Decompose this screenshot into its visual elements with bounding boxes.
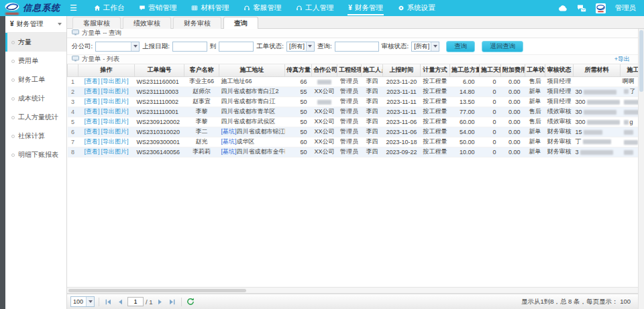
sidebar: ¥ 财务管理 方量费用单财务工单成本统计工人方量统计社保计算明细下账报表 xyxy=(5,16,67,309)
sidebar-item-social-security[interactable]: 社保计算 xyxy=(5,127,66,145)
redacted-text xyxy=(584,90,616,95)
pagination-bar: 100 / 1 显示从1到8，总 8 条，每页显示： 100 xyxy=(67,294,638,309)
export-image-link[interactable]: [导出图片] xyxy=(101,148,129,155)
prev-page-button[interactable] xyxy=(115,297,125,307)
export-image-link[interactable]: [导出图片] xyxy=(101,98,129,105)
date-to-input[interactable] xyxy=(219,42,254,52)
view-link[interactable]: [查看] xyxy=(84,88,99,95)
tab-query[interactable]: 查询 xyxy=(223,17,258,29)
customer-name-cell: 李莉莉 xyxy=(184,147,219,157)
export-image-link[interactable]: [导出图片] xyxy=(101,118,129,125)
gear-icon xyxy=(398,5,405,11)
export-image-link[interactable]: [导出图片] xyxy=(101,88,129,95)
review-status-cell: 财务审核 xyxy=(545,147,574,157)
nav-item-label: 财务管理 xyxy=(355,3,383,13)
pit-tag: [基坑] xyxy=(221,128,237,135)
table-row: 8[查看][导出图片]WS2306140056李莉莉[基坑]四川省成都市金牛区5… xyxy=(68,147,639,157)
menu-toggle-icon[interactable]: ☰ xyxy=(64,0,83,16)
work-days-cell: 0 xyxy=(480,127,501,137)
view-link[interactable]: [查看] xyxy=(84,98,99,105)
order-number-cell: WS2311160001 xyxy=(135,76,184,86)
review-status-cell: 绩效审核 xyxy=(545,117,574,127)
redacted-text xyxy=(624,89,629,94)
view-link[interactable]: [查看] xyxy=(84,148,99,155)
nav-item-customer-service[interactable]: 客服管理 xyxy=(236,0,288,16)
sidebar-item-detail-ledger-report[interactable]: 明细下账报表 xyxy=(5,145,66,164)
first-page-button[interactable] xyxy=(103,297,113,307)
query-button[interactable]: 查询 xyxy=(446,41,475,52)
view-link[interactable]: [查看] xyxy=(84,118,99,125)
nav-item-workbench[interactable]: 工作台 xyxy=(87,0,132,16)
nav-item-label: 工人管理 xyxy=(305,3,333,13)
customer-name-cell: 赵事宜 xyxy=(184,97,219,107)
horizontal-scrollbar-thumb[interactable] xyxy=(68,289,246,292)
page-number-input[interactable] xyxy=(127,297,144,306)
vertical-scrollbar-thumb[interactable] xyxy=(639,30,643,92)
export-image-link[interactable]: [导出图片] xyxy=(101,138,129,145)
horizontal-scrollbar[interactable] xyxy=(67,287,638,294)
search-input[interactable] xyxy=(335,42,379,52)
tab-performance-review[interactable]: 绩效审核 xyxy=(123,17,171,29)
return-query-button[interactable]: 退回查询 xyxy=(482,41,523,52)
column-header: 传真方量 xyxy=(285,64,312,76)
sidebar-item-expense-bill[interactable]: 费用单 xyxy=(5,52,66,70)
nav-item-finance[interactable]: ¥财务管理 xyxy=(341,0,390,16)
sidebar-item-worker-volume-stats[interactable]: 工人方量统计 xyxy=(5,108,66,127)
grid-icon xyxy=(191,5,198,11)
partner-company-cell xyxy=(312,76,337,86)
sidebar-section-finance[interactable]: ¥ 财务管理 xyxy=(5,16,66,33)
sidebar-item-cost-stats[interactable]: 成本统计 xyxy=(5,89,66,108)
report-date-cell: 2023-11-06 xyxy=(383,127,421,137)
combo-arrow-icon[interactable] xyxy=(86,297,94,306)
user-avatar[interactable] xyxy=(596,3,606,13)
query-panel-title: 方量单 -- 查询 xyxy=(82,29,121,38)
address-cell: [基坑]四川省成都市锦江区 xyxy=(219,127,285,137)
messages-icon[interactable] xyxy=(577,5,586,12)
partner-company-cell: XX公司 xyxy=(312,86,337,97)
list-panel-title: 方量单 - 列表 xyxy=(82,55,119,64)
to-label: 到 xyxy=(210,42,217,51)
combo-arrow-icon[interactable] xyxy=(431,42,439,51)
sidebar-item-finance-workorder[interactable]: 财务工单 xyxy=(5,70,66,89)
vertical-scrollbar[interactable] xyxy=(638,29,644,309)
column-header: 合作公司 xyxy=(312,64,337,76)
materials-cell: 300 xyxy=(574,97,621,107)
fax-volume-cell: 50 xyxy=(285,97,312,107)
last-page-button[interactable] xyxy=(167,297,177,307)
next-page-button[interactable] xyxy=(155,297,165,307)
extra-fee-cell: 0.00 xyxy=(501,117,525,127)
cloud-download-icon[interactable] xyxy=(558,5,568,11)
nav-item-materials[interactable]: 材料管理 xyxy=(184,0,236,16)
export-image-link[interactable]: [导出图片] xyxy=(101,108,129,115)
nav-item-marketing[interactable]: 营销管理 xyxy=(131,0,184,16)
page-size-select[interactable]: 100 xyxy=(70,296,95,307)
column-header: 施工地址 xyxy=(219,64,285,76)
total-volume-cell: 54.00 xyxy=(450,127,480,137)
combo-arrow-icon[interactable] xyxy=(306,42,314,51)
review-status-select[interactable]: [所有] xyxy=(411,42,439,52)
export-image-link[interactable]: [导出图片] xyxy=(101,78,129,84)
export-image-link[interactable]: [导出图片] xyxy=(101,128,129,135)
redacted-text xyxy=(624,130,633,135)
branch-select[interactable] xyxy=(95,42,140,52)
materials-cell: 30 xyxy=(574,86,621,97)
date-from-input[interactable] xyxy=(172,42,207,52)
combo-arrow-icon[interactable] xyxy=(131,42,139,51)
refresh-button[interactable] xyxy=(186,297,196,307)
project-manager-cell: 管理员 xyxy=(337,117,362,127)
view-link[interactable]: [查看] xyxy=(84,128,99,135)
sidebar-item-volume[interactable]: 方量 xyxy=(5,33,66,52)
current-user-name[interactable]: 管理员 xyxy=(615,3,637,13)
tab-finance-review[interactable]: 财务审核 xyxy=(173,17,221,29)
nav-item-workers[interactable]: 工人管理 xyxy=(288,0,341,16)
view-link[interactable]: [查看] xyxy=(84,108,99,115)
row-number: 1 xyxy=(68,76,78,86)
export-link[interactable]: +导出 xyxy=(614,55,630,64)
view-link[interactable]: [查看] xyxy=(84,78,99,84)
nav-item-settings[interactable]: 系统设置 xyxy=(390,0,443,16)
order-status-select[interactable]: [所有] xyxy=(286,42,315,52)
view-link[interactable]: [查看] xyxy=(84,138,99,145)
materials-cell xyxy=(574,76,621,86)
tab-customer-review[interactable]: 客服审核 xyxy=(72,17,121,29)
redacted-text xyxy=(580,150,613,155)
